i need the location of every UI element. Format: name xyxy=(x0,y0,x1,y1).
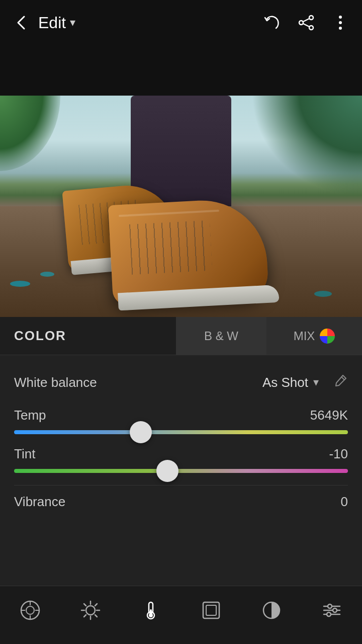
toolbar-detail-button[interactable] xyxy=(191,590,231,630)
tab-bw[interactable]: B & W xyxy=(176,317,266,355)
back-button[interactable] xyxy=(12,14,30,32)
top-bar-left: Edit ▾ xyxy=(12,14,75,32)
vibrance-row: Vibrance 0 xyxy=(14,485,348,510)
svg-line-20 xyxy=(84,604,86,606)
toolbar-filter-button[interactable] xyxy=(10,590,50,630)
tint-slider-track[interactable] xyxy=(14,469,348,473)
eyedropper-icon xyxy=(333,373,348,388)
temp-slider-track[interactable] xyxy=(14,430,348,434)
tab-row: COLOR B & W MIX xyxy=(0,317,362,355)
top-bar: Edit ▾ xyxy=(0,0,362,45)
svg-point-2 xyxy=(309,26,313,30)
temp-slider-section: Temp 5649K xyxy=(14,408,348,434)
svg-point-15 xyxy=(86,606,95,615)
svg-line-23 xyxy=(84,615,86,617)
color-panel: COLOR B & W MIX White balance As Shot ▾ xyxy=(0,317,362,634)
filter-icon xyxy=(18,598,42,622)
title-text: Edit xyxy=(38,14,66,32)
detail-icon xyxy=(199,598,223,622)
photo-area xyxy=(0,45,362,317)
shoe-laces-right xyxy=(129,220,212,275)
controls-area: White balance As Shot ▾ Temp 5649K xyxy=(0,355,362,510)
more-button[interactable] xyxy=(331,13,350,32)
svg-rect-28 xyxy=(203,602,219,618)
bottom-toolbar xyxy=(0,586,362,634)
tab-color[interactable]: COLOR xyxy=(0,317,176,355)
tab-mix-label: MIX xyxy=(294,329,315,343)
svg-point-5 xyxy=(339,16,342,19)
edit-title[interactable]: Edit ▾ xyxy=(38,14,75,32)
share-button[interactable] xyxy=(297,13,316,32)
temp-slider-thumb[interactable] xyxy=(130,421,152,443)
shoe-stripe xyxy=(119,210,219,217)
undo-button[interactable] xyxy=(262,13,282,32)
tint-slider-section: Tint -10 xyxy=(14,446,348,473)
svg-point-34 xyxy=(328,604,332,608)
more-icon xyxy=(331,13,350,32)
gravel-teal-3 xyxy=(314,291,332,297)
toolbar-light-button[interactable] xyxy=(70,590,111,630)
white-balance-label: White balance xyxy=(14,375,262,390)
svg-line-3 xyxy=(303,19,309,22)
tint-slider-header: Tint -10 xyxy=(14,446,348,462)
thermometer-icon xyxy=(139,598,163,622)
white-balance-selector[interactable]: As Shot ▾ xyxy=(262,375,319,390)
tab-bw-label: B & W xyxy=(204,329,238,343)
svg-point-36 xyxy=(327,612,331,616)
vibrance-value: 0 xyxy=(341,494,348,510)
eyedropper-button[interactable] xyxy=(333,373,348,392)
svg-point-27 xyxy=(149,613,153,617)
mix-color-wheel-icon xyxy=(320,329,335,344)
svg-point-35 xyxy=(333,608,337,612)
photo-canvas xyxy=(0,96,362,317)
svg-point-7 xyxy=(339,27,342,30)
svg-point-10 xyxy=(26,606,34,614)
white-balance-value: As Shot xyxy=(262,375,308,390)
svg-line-8 xyxy=(341,377,344,380)
vibrance-label: Vibrance xyxy=(14,494,65,510)
temp-value: 5649K xyxy=(310,408,348,423)
svg-point-0 xyxy=(309,16,313,20)
toolbar-effects-button[interactable] xyxy=(251,590,292,630)
temp-slider-header: Temp 5649K xyxy=(14,408,348,423)
svg-rect-29 xyxy=(206,605,216,615)
svg-line-21 xyxy=(95,615,97,617)
gravel-teal-2 xyxy=(40,272,54,277)
tint-label: Tint xyxy=(14,446,35,462)
svg-line-22 xyxy=(95,604,97,606)
tab-mix[interactable]: MIX xyxy=(266,317,362,355)
back-arrow-icon xyxy=(12,14,30,32)
title-chevron-icon: ▾ xyxy=(70,16,75,29)
svg-point-6 xyxy=(339,21,342,24)
white-balance-chevron-icon: ▾ xyxy=(313,376,319,389)
sun-icon xyxy=(78,598,103,622)
tab-color-label: COLOR xyxy=(14,328,66,344)
toolbar-color-button[interactable] xyxy=(131,590,171,630)
temp-label: Temp xyxy=(14,408,46,423)
share-icon xyxy=(297,13,316,32)
svg-point-1 xyxy=(299,21,303,25)
gravel-teal-1 xyxy=(10,281,30,287)
white-balance-row: White balance As Shot ▾ xyxy=(14,367,348,397)
top-bar-right xyxy=(262,13,350,32)
tint-slider-thumb[interactable] xyxy=(156,460,178,482)
undo-icon xyxy=(262,13,282,32)
toolbar-geometry-button[interactable] xyxy=(312,590,352,630)
sliders-icon xyxy=(320,598,344,622)
photo-top-padding xyxy=(0,45,362,96)
effects-icon xyxy=(259,598,284,622)
tint-value: -10 xyxy=(329,446,348,462)
svg-line-4 xyxy=(303,24,309,27)
